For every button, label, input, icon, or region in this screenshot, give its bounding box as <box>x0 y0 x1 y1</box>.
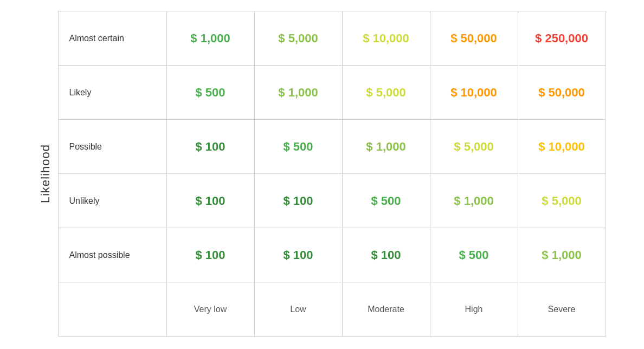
cell-0-4: $ 250,000 <box>518 11 606 66</box>
cell-2-3: $ 5,000 <box>430 120 518 174</box>
cell-3-0: $ 100 <box>166 174 254 228</box>
cell-value-4-4: $ 1,000 <box>542 248 581 262</box>
cell-4-0: $ 100 <box>166 228 254 282</box>
chart-container: Likelihood Almost certain$ 1,000$ 5,000$… <box>28 0 617 349</box>
cell-1-1: $ 1,000 <box>254 66 342 120</box>
cell-0-1: $ 5,000 <box>254 11 342 66</box>
row-label-3: Unlikely <box>58 174 166 228</box>
cell-value-2-0: $ 100 <box>195 140 225 153</box>
cell-value-0-2: $ 10,000 <box>363 31 409 45</box>
col-label-1: Low <box>254 282 342 337</box>
risk-matrix-table: Almost certain$ 1,000$ 5,000$ 10,000$ 50… <box>58 11 606 337</box>
matrix-wrapper: Likelihood Almost certain$ 1,000$ 5,000$… <box>38 11 606 337</box>
row-label-2: Possible <box>58 120 166 174</box>
cell-value-4-0: $ 100 <box>195 248 225 262</box>
cell-3-2: $ 500 <box>342 174 430 228</box>
cell-value-0-0: $ 1,000 <box>190 31 230 45</box>
row-label-4: Almost possible <box>58 228 166 282</box>
cell-value-4-1: $ 100 <box>283 248 313 262</box>
cell-value-1-0: $ 500 <box>195 86 225 99</box>
cell-2-0: $ 100 <box>166 120 254 174</box>
cell-1-4: $ 50,000 <box>518 66 606 120</box>
cell-value-3-1: $ 100 <box>283 194 313 208</box>
cell-2-2: $ 1,000 <box>342 120 430 174</box>
cell-value-1-1: $ 1,000 <box>278 86 318 99</box>
cell-value-3-0: $ 100 <box>195 194 225 208</box>
cell-3-3: $ 1,000 <box>430 174 518 228</box>
cell-value-1-3: $ 10,000 <box>450 86 497 99</box>
cell-value-4-2: $ 100 <box>371 248 401 262</box>
cell-value-0-4: $ 250,000 <box>535 31 588 45</box>
cell-4-4: $ 1,000 <box>518 228 606 282</box>
cell-0-2: $ 10,000 <box>342 11 430 66</box>
row-label-0: Almost certain <box>58 11 166 66</box>
cell-value-3-3: $ 1,000 <box>454 194 493 208</box>
cell-value-2-3: $ 5,000 <box>454 140 493 153</box>
cell-4-1: $ 100 <box>254 228 342 282</box>
cell-value-3-4: $ 5,000 <box>542 194 581 208</box>
cell-4-3: $ 500 <box>430 228 518 282</box>
cell-3-4: $ 5,000 <box>518 174 606 228</box>
cell-3-1: $ 100 <box>254 174 342 228</box>
cell-value-0-1: $ 5,000 <box>278 31 318 45</box>
cell-value-0-3: $ 50,000 <box>450 31 497 45</box>
cell-value-2-1: $ 500 <box>283 140 313 153</box>
corner-cell <box>58 282 166 337</box>
cell-1-2: $ 5,000 <box>342 66 430 120</box>
cell-value-4-3: $ 500 <box>459 248 488 262</box>
cell-2-1: $ 500 <box>254 120 342 174</box>
col-label-4: Severe <box>518 282 606 337</box>
cell-1-0: $ 500 <box>166 66 254 120</box>
cell-4-2: $ 100 <box>342 228 430 282</box>
col-label-3: High <box>430 282 518 337</box>
cell-value-3-2: $ 500 <box>371 194 401 208</box>
col-label-0: Very low <box>166 282 254 337</box>
cell-1-3: $ 10,000 <box>430 66 518 120</box>
cell-0-0: $ 1,000 <box>166 11 254 66</box>
row-label-1: Likely <box>58 66 166 120</box>
cell-0-3: $ 50,000 <box>430 11 518 66</box>
cell-value-2-4: $ 10,000 <box>538 140 585 153</box>
y-axis-label: Likelihood <box>38 144 53 203</box>
cell-value-1-4: $ 50,000 <box>538 86 585 99</box>
cell-value-1-2: $ 5,000 <box>366 86 405 99</box>
col-label-2: Moderate <box>342 282 430 337</box>
cell-value-2-2: $ 1,000 <box>366 140 405 153</box>
cell-2-4: $ 10,000 <box>518 120 606 174</box>
